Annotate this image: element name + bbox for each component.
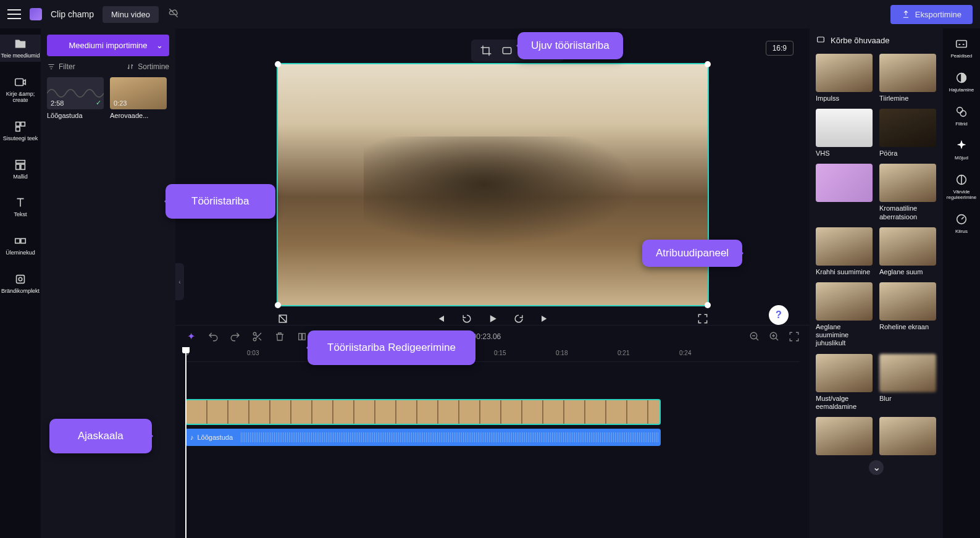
rail-label: Brändikomplekt (1, 288, 40, 295)
playhead[interactable] (185, 347, 186, 538)
resize-handle-tr[interactable] (705, 61, 711, 67)
fullscreen-icon[interactable] (697, 313, 709, 325)
redo-icon[interactable] (230, 331, 241, 342)
rail-color[interactable]: Värvide reguleerimine (943, 173, 980, 200)
left-toolbar: Teie meediumid Kirje &amp; create Sisute… (0, 28, 41, 538)
sort-button[interactable]: Sortimine (126, 62, 169, 71)
timeline-ruler[interactable]: 0 0:03 0:06 0:09 0:12 0:15 0:18 0:21 0:2… (185, 347, 800, 362)
svg-rect-8 (15, 239, 20, 243)
effect-item[interactable]: Blur (879, 354, 937, 411)
svg-point-24 (957, 107, 963, 113)
audio-clip-name: Lõõgastuda (198, 434, 233, 441)
audio-clip[interactable]: ♪ Lõõgastuda (185, 429, 661, 446)
import-label: Meediumi importimine (69, 41, 147, 50)
resize-handle-tl[interactable] (275, 61, 281, 67)
zoom-in-icon[interactable] (769, 331, 780, 342)
resize-handle-bl[interactable] (275, 302, 281, 308)
crop-icon[interactable] (480, 44, 492, 57)
skip-forward-icon[interactable] (538, 313, 551, 325)
effect-item[interactable]: Impulss (816, 54, 873, 103)
scissors-icon[interactable] (252, 331, 263, 342)
svg-rect-9 (21, 239, 25, 243)
forward-icon[interactable] (513, 313, 525, 325)
effect-item[interactable]: Aeglane suum (879, 227, 937, 276)
effect-item[interactable] (816, 164, 873, 221)
effect-item[interactable]: Aeglane suumimine juhuslikult (816, 282, 873, 348)
skip-back-icon[interactable] (435, 313, 447, 325)
preview-canvas[interactable] (277, 63, 709, 306)
media-item-video[interactable]: 0:23 Aerovaade... (110, 77, 167, 119)
cloud-sync-icon[interactable] (167, 7, 180, 22)
ai-icon[interactable]: ✦ (185, 331, 196, 342)
rail-label: Sisuteegi teek (3, 136, 38, 142)
rail-fade[interactable]: Hajutamine (949, 71, 974, 93)
text-icon (14, 196, 27, 209)
aspect-ratio-button[interactable]: 16:9 (766, 41, 794, 56)
media-panel: Meediumi importimine ⌄ Filter Sortimine … (41, 28, 175, 538)
media-item-audio[interactable]: 2:58 ✓ Lõõgastuda (47, 77, 104, 119)
zoom-out-icon[interactable] (749, 331, 760, 342)
video-thumbnail: 0:23 (110, 77, 167, 109)
media-duration: 0:23 (114, 99, 127, 107)
effect-item[interactable]: Tiirlemine (879, 54, 937, 103)
effect-item[interactable]: Kromaatiline aberratsioon (879, 164, 937, 221)
effect-item[interactable]: Must/valge eemaldamine (816, 354, 873, 411)
rewind-icon[interactable] (461, 313, 473, 325)
svg-rect-4 (16, 127, 20, 131)
rail-speed[interactable]: Kiirus (955, 212, 968, 234)
effect-item[interactable]: Krahhi suumimine (816, 227, 873, 276)
audio-track[interactable]: ♪ Lõõgastuda (185, 429, 800, 446)
chevron-down-icon[interactable]: ⌄ (869, 460, 884, 475)
callout-floating-toolbar: Ujuv tööriistariba (517, 32, 623, 59)
rail-captions[interactable]: Pealdised (950, 37, 972, 59)
rail-filters[interactable]: Filtrid (955, 105, 968, 127)
resize-handle-br[interactable] (705, 302, 711, 308)
rail-label: Mallid (13, 174, 28, 180)
video-track[interactable] (185, 399, 800, 425)
effect-item[interactable] (879, 417, 937, 455)
play-icon[interactable] (487, 313, 499, 325)
music-note-icon: ♪ (190, 434, 194, 441)
svg-rect-1 (15, 78, 23, 85)
sidebar-library[interactable]: Sisuteegi teek (0, 117, 41, 145)
trash-icon[interactable] (274, 331, 285, 342)
sidebar-templates[interactable]: Mallid (0, 156, 41, 183)
undo-icon[interactable] (207, 331, 219, 342)
camera-icon (14, 75, 27, 89)
import-media-button[interactable]: Meediumi importimine ⌄ (47, 35, 169, 56)
media-name: Lõõgastuda (47, 112, 104, 119)
video-clip[interactable] (185, 399, 661, 425)
sidebar-record[interactable]: Kirje &amp; create (0, 73, 41, 106)
media-name: Aerovaade... (110, 112, 167, 119)
sidebar-brandkit[interactable]: Brändikomplekt (0, 270, 41, 297)
sidebar-your-media[interactable]: Teie meediumid (0, 35, 41, 62)
effects-panel: Kõrbe õhuvaade Impulss Tiirlemine VHS Pö… (810, 28, 943, 538)
timeline[interactable]: 0 0:03 0:06 0:09 0:12 0:15 0:18 0:21 0:2… (175, 347, 810, 538)
rail-label: Kirje &amp; create (0, 91, 41, 104)
menu-icon[interactable] (7, 9, 21, 19)
svg-point-11 (19, 277, 22, 281)
sidebar-text[interactable]: Tekst (0, 193, 41, 221)
filter-button[interactable]: Filter (47, 62, 75, 71)
effect-item[interactable]: VHS (816, 109, 873, 158)
playback-controls (277, 313, 709, 325)
callout-timeline: Ajaskaala (49, 419, 152, 453)
speed-icon (955, 212, 968, 226)
rail-label: Üleminekud (6, 250, 35, 256)
ruler-tick: 0:03 (247, 350, 259, 356)
export-button[interactable]: Eksportimine (890, 5, 973, 24)
effect-item[interactable] (816, 417, 873, 455)
svg-rect-21 (818, 37, 824, 42)
help-button[interactable]: ? (769, 305, 789, 325)
sidebar-transitions[interactable]: Üleminekud (0, 232, 41, 259)
svg-point-15 (253, 332, 256, 335)
svg-rect-5 (16, 160, 25, 163)
video-title-input[interactable]: Minu video (103, 6, 159, 23)
effect-item[interactable]: Roheline ekraan (879, 282, 937, 348)
check-icon: ✓ (96, 99, 101, 107)
chevron-down-icon[interactable]: ⌄ (156, 41, 163, 50)
rail-effects[interactable]: Mõjud (955, 139, 968, 161)
fit-timeline-icon[interactable] (789, 331, 800, 342)
remove-watermark-icon[interactable] (277, 313, 289, 325)
effect-item[interactable]: Pööra (879, 109, 937, 158)
